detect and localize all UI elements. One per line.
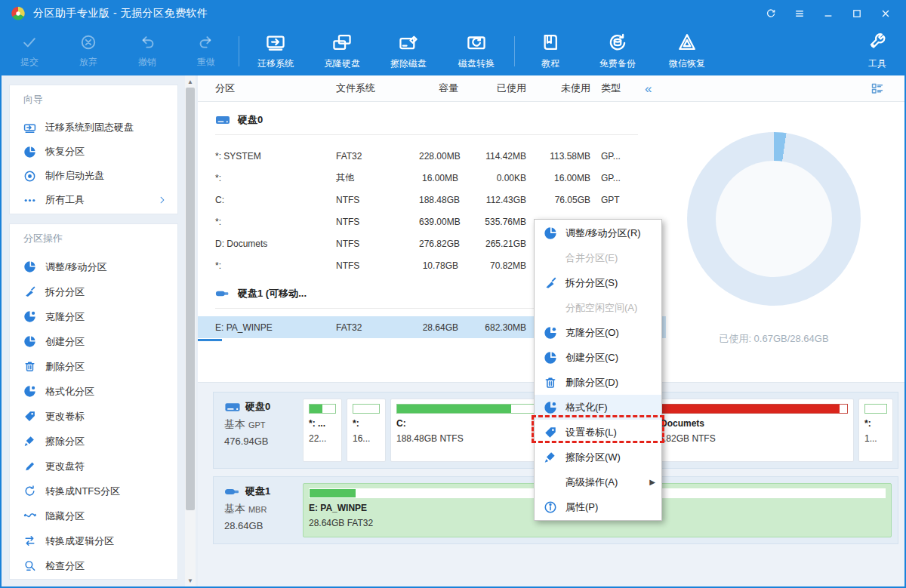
- pie-icon: [23, 146, 36, 159]
- migrate-system-button[interactable]: 迁移系统: [242, 27, 309, 75]
- sidebar-item-recover-partition[interactable]: 恢复分区: [10, 140, 177, 164]
- convert-disk-icon: [467, 32, 486, 54]
- sidebar-item-change-label[interactable]: 更改卷标: [10, 404, 177, 429]
- pie-icon: [544, 351, 557, 365]
- trash-icon: [23, 360, 36, 373]
- sidebar-item-wipe[interactable]: 擦除分区: [10, 429, 177, 454]
- sidebar-item-make-boot-disc[interactable]: 制作启动光盘: [10, 164, 177, 188]
- col-used[interactable]: 已使用: [458, 82, 526, 95]
- wipe-disk-button[interactable]: 擦除磁盘: [375, 27, 442, 75]
- undo-button[interactable]: 撤销: [118, 27, 177, 75]
- sidebar-item-migrate-to-ssd[interactable]: 迁移系统到固态硬盘: [10, 115, 177, 140]
- pie-icon: [23, 310, 36, 323]
- brush-icon: [544, 451, 557, 464]
- menu-item-wipe[interactable]: 擦除分区(W): [535, 445, 661, 469]
- menu-item-split[interactable]: 拆分分区(S): [535, 270, 661, 295]
- col-type[interactable]: 类型: [590, 82, 636, 95]
- check-icon: [21, 34, 38, 53]
- sidebar-item-check[interactable]: 检查分区: [10, 553, 177, 578]
- scrollbar-thumb[interactable]: [186, 88, 195, 510]
- table-row-c[interactable]: C:NTFS188.48GB112.43GB76.05GBGPT: [198, 189, 666, 211]
- pie-icon: [23, 260, 36, 273]
- menu-item-allocate-free-space[interactable]: 分配空闲空间(A): [535, 295, 661, 320]
- toolbar: 提交 放弃 撤销 重做 迁移系统 克隆硬盘 擦除磁盘 磁盘转换: [0, 27, 906, 75]
- disk1-group-header: 硬盘1 (可移动...: [215, 287, 307, 300]
- dots-icon: [23, 194, 36, 207]
- sidebar-item-hide[interactable]: 隐藏分区: [10, 503, 177, 528]
- sidebar-item-delete[interactable]: 删除分区: [10, 354, 177, 379]
- drive-arrow-icon: [23, 122, 36, 134]
- knife-icon: [544, 276, 557, 290]
- partition-block-d[interactable]: D: Documets 276.82GB NTFS: [643, 399, 854, 462]
- disk1-info[interactable]: 硬盘1 基本 MBR 28.64GB: [214, 477, 303, 543]
- sidebar-item-clone[interactable]: 克隆分区: [10, 304, 177, 329]
- col-unused[interactable]: 未使用: [526, 82, 590, 95]
- usage-label: 已使用: 0.67GB/28.64GB: [672, 332, 876, 346]
- sidebar-scrollbar[interactable]: ▲ ▼: [185, 75, 196, 586]
- close-icon[interactable]: [874, 4, 897, 23]
- sidebar-item-resize-move[interactable]: 调整/移动分区: [10, 254, 177, 279]
- table-row-system[interactable]: *: SYSTEMFAT32228.00MB114.42MB113.58MBGP…: [198, 145, 666, 167]
- usage-bar: [309, 404, 336, 414]
- undo-icon: [139, 34, 156, 53]
- pie-icon: [544, 401, 557, 414]
- grid-view-icon[interactable]: [871, 82, 883, 94]
- sidebar-item-change-type[interactable]: ID更改分区类型: [10, 578, 177, 580]
- menu-item-set-label[interactable]: 设置卷标(L): [535, 420, 661, 445]
- refresh-icon[interactable]: [760, 4, 782, 23]
- menu-item-resize-move[interactable]: 调整/移动分区(R): [535, 220, 661, 245]
- apply-button[interactable]: 提交: [0, 27, 59, 75]
- redo-icon: [198, 34, 214, 53]
- wechat-recovery-icon: [677, 32, 697, 54]
- disk0-info[interactable]: 硬盘0 基本 GPT 476.94GB: [214, 393, 303, 468]
- menu-item-create[interactable]: 创建分区(C): [535, 345, 661, 370]
- disk0-group-header: 硬盘0: [215, 113, 263, 127]
- tag-icon: [23, 410, 36, 423]
- menu-item-delete[interactable]: 删除分区(D): [535, 370, 661, 395]
- partition-block-system[interactable]: *: ... 22...: [303, 399, 342, 462]
- tools-button[interactable]: 工具: [849, 27, 906, 75]
- clone-disk-button[interactable]: 克隆硬盘: [309, 27, 375, 75]
- discard-button[interactable]: 放弃: [59, 27, 118, 75]
- sidebar-item-convert-ntfs[interactable]: 转换成NTFS分区: [10, 479, 177, 503]
- minimize-icon[interactable]: [817, 4, 840, 23]
- migrate-system-icon: [266, 32, 285, 54]
- pencil-icon: [23, 460, 36, 473]
- divider: [215, 134, 638, 135]
- partition-block-other[interactable]: *: 1...: [858, 399, 893, 462]
- knife-icon: [23, 285, 36, 298]
- sidebar-item-create[interactable]: 创建分区: [10, 329, 177, 354]
- context-menu: 调整/移动分区(R) 合并分区(E) 拆分分区(S) 分配空闲空间(A) 克隆分…: [534, 219, 662, 521]
- section-title-partition-ops: 分区操作: [23, 232, 63, 245]
- menu-item-advanced[interactable]: 高级操作(A)▶: [535, 469, 661, 494]
- wechat-recovery-button[interactable]: 微信恢复: [652, 27, 722, 75]
- sidebar-item-convert-logical[interactable]: 转换成逻辑分区: [10, 528, 177, 553]
- redo-button[interactable]: 重做: [177, 27, 236, 75]
- chevron-right-icon: [158, 195, 167, 205]
- sidebar-item-format[interactable]: 格式化分区: [10, 379, 177, 404]
- partition-block-msr[interactable]: *: 16...: [347, 399, 386, 462]
- menu-item-properties[interactable]: 属性(P): [535, 494, 661, 519]
- sidebar-item-split[interactable]: 拆分分区: [10, 279, 177, 304]
- maximize-icon[interactable]: [846, 4, 868, 23]
- convert-disk-button[interactable]: 磁盘转换: [442, 27, 511, 75]
- scroll-up-icon[interactable]: ▲: [185, 76, 196, 87]
- free-backup-button[interactable]: 免费备份: [583, 27, 652, 75]
- hamburger-menu-icon[interactable]: [788, 4, 811, 23]
- col-capacity[interactable]: 容量: [419, 82, 458, 95]
- menu-item-merge[interactable]: 合并分区(E): [535, 245, 661, 270]
- menu-item-clone[interactable]: 克隆分区(O): [535, 320, 661, 345]
- sidebar-item-all-tools[interactable]: 所有工具: [10, 188, 177, 212]
- tutorial-button[interactable]: 教程: [518, 27, 583, 75]
- selected-row-marker: [198, 339, 222, 341]
- menu-item-format[interactable]: 格式化(F): [535, 395, 661, 420]
- sidebar-item-change-letter[interactable]: 更改盘符: [10, 454, 177, 479]
- hdd-icon: [215, 114, 230, 126]
- col-filesystem[interactable]: 文件系统: [336, 82, 419, 95]
- table-row-msr[interactable]: *:其他16.00MB0.00KB16.00MBGP...: [198, 167, 666, 189]
- usage-bar: [649, 404, 848, 414]
- col-partition[interactable]: 分区: [215, 82, 336, 95]
- info-icon: [544, 500, 557, 514]
- chevrons-left-icon[interactable]: «: [645, 82, 652, 95]
- scroll-down-icon[interactable]: ▼: [185, 575, 196, 586]
